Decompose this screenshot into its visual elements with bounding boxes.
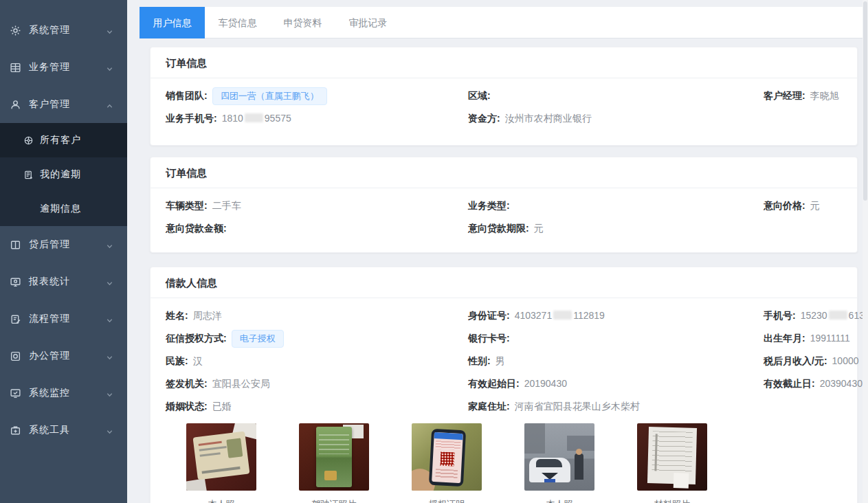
field-row: 意向贷款金额:意向贷款期限:元 (166, 217, 842, 240)
sidebar-item-label: 业务管理 (29, 61, 70, 74)
field-row: 征信授权方式:电子授权银行卡号:出生年月:19911111 (166, 327, 842, 350)
toolbox-icon (10, 425, 21, 436)
sidebar-item-系统工具[interactable]: 系统工具 (0, 412, 127, 449)
sidebar-item-label: 流程管理 (29, 313, 70, 325)
field-业务类型: 业务类型: (468, 200, 764, 212)
tab-车贷信息[interactable]: 车贷信息 (205, 7, 270, 38)
grid-icon (10, 62, 21, 74)
field-label: 有效截止日: (764, 378, 815, 389)
sidebar-menu: 系统管理业务管理客户管理所有客户我的逾期逾期信息贷后管理报表统计流程管理办公管理… (0, 12, 127, 449)
car-with-owner-photo-thumbnail[interactable] (524, 423, 594, 491)
gear-icon (10, 25, 21, 36)
green-booklet-photo-thumbnail[interactable] (299, 423, 369, 491)
field-row: 销售团队:四团一营（直属王鹏飞）区域:客户经理:李晓旭 (166, 85, 842, 107)
field-label: 客户经理: (764, 90, 805, 101)
sidebar-item-逾期信息[interactable]: 逾期信息 (0, 192, 127, 226)
scrollbar-thumb[interactable] (863, 1, 867, 201)
field-value: 4103271112819 (515, 310, 605, 321)
photo-caption: 授权证明 (412, 498, 482, 503)
field-row: 业务手机号:181095575资金方:汝州市农村商业银行 (166, 107, 842, 130)
sidebar-item-label: 报表统计 (29, 276, 70, 288)
sidebar: 系统管理业务管理客户管理所有客户我的逾期逾期信息贷后管理报表统计流程管理办公管理… (0, 0, 127, 503)
field-性别: 性别:男 (468, 355, 764, 368)
field-row: 姓名:周志洋身份证号:4103271112819手机号:152306137 (166, 304, 842, 327)
redacted-text (245, 113, 263, 122)
sidebar-item-贷后管理[interactable]: 贷后管理 (0, 226, 127, 263)
field-row: 民族:汉性别:男税后月收入/元:10000 (166, 350, 842, 372)
tag-电子授权[interactable]: 电子授权 (232, 330, 284, 348)
photo-caption: 本人照 (186, 498, 256, 503)
field-销售团队: 销售团队:四团一营（直属王鹏飞） (166, 87, 468, 105)
redacted-text (553, 311, 572, 320)
field-车辆类型: 车辆类型:二手车 (166, 200, 468, 212)
paper-document-photo[interactable]: 材料照片 (637, 423, 707, 503)
field-row: 签发机关:宜阳县公安局有效起始日:20190430有效截止日:20390430 (166, 372, 842, 395)
field-label: 民族: (166, 355, 188, 366)
sidebar-item-流程管理[interactable]: 流程管理 (0, 300, 127, 337)
sidebar-item-label: 系统监控 (29, 387, 70, 399)
sidebar-item-客户管理[interactable]: 客户管理 (0, 86, 127, 123)
chevron-up-icon (106, 101, 113, 109)
sidebar-item-label: 系统工具 (29, 424, 70, 436)
field-value: 汝州市农村商业银行 (505, 113, 592, 124)
sidebar-item-业务管理[interactable]: 业务管理 (0, 49, 127, 86)
photo-caption: 驾驶证照片 (299, 498, 369, 503)
sidebar-item-所有客户[interactable]: 所有客户 (0, 123, 127, 157)
tab-审批记录[interactable]: 审批记录 (335, 7, 401, 38)
field-家庭住址: 家庭住址:河南省宜阳县花果山乡木柴村 (468, 401, 764, 413)
field-label: 有效起始日: (468, 378, 520, 389)
phone-qr-photo-thumbnail[interactable] (412, 423, 482, 491)
sidebar-item-label: 逾期信息 (40, 203, 81, 215)
field-value: 181095575 (222, 113, 291, 124)
sidebar-item-系统管理[interactable]: 系统管理 (0, 12, 127, 49)
card-body: 销售团队:四团一营（直属王鹏飞）区域:客户经理:李晓旭业务手机号:1810955… (151, 78, 857, 130)
car-with-owner-photo[interactable]: 本人照 (524, 423, 594, 503)
field-value: 男 (496, 355, 505, 366)
sidebar-item-label: 系统管理 (29, 24, 70, 36)
card-title: 订单信息 (151, 47, 857, 78)
sidebar-item-办公管理[interactable]: 办公管理 (0, 337, 127, 375)
notebook-icon (23, 170, 34, 180)
field-业务手机号: 业务手机号:181095575 (166, 113, 468, 125)
field-value: 19911111 (810, 333, 850, 344)
field-有效起始日: 有效起始日:20190430 (468, 378, 764, 390)
field-row: 婚姻状态:已婚家庭住址:河南省宜阳县花果山乡木柴村 (166, 395, 842, 418)
field-身份证号: 身份证号:4103271112819 (468, 310, 764, 322)
tag-四团一营（直属王鹏飞）[interactable]: 四团一营（直属王鹏飞） (212, 87, 327, 105)
field-value: 二手车 (212, 200, 241, 211)
tab-申贷资料[interactable]: 申贷资料 (270, 7, 335, 38)
vertical-scrollbar[interactable] (863, 0, 868, 503)
field-label: 出生年月: (764, 333, 805, 344)
field-签发机关: 签发机关:宜阳县公安局 (166, 378, 468, 390)
field-value: 李晓旭 (810, 90, 839, 101)
order-info-card-1: 订单信息销售团队:四团一营（直属王鹏飞）区域:客户经理:李晓旭业务手机号:181… (150, 47, 858, 146)
sidebar-item-我的逾期[interactable]: 我的逾期 (0, 157, 127, 192)
id-card-photo-thumbnail[interactable] (186, 423, 256, 491)
field-意向贷款金额: 意向贷款金额: (166, 223, 468, 235)
tab-用户信息[interactable]: 用户信息 (140, 7, 205, 38)
field-value: 20190430 (524, 378, 567, 389)
field-意向价格: 意向价格:元 (764, 200, 842, 212)
sidebar-item-系统监控[interactable]: 系统监控 (0, 375, 127, 412)
field-label: 性别: (468, 355, 491, 366)
chevron-down-icon (106, 390, 113, 397)
field-label: 业务手机号: (166, 113, 217, 124)
field-婚姻状态: 婚姻状态:已婚 (166, 401, 468, 413)
phone-qr-photo[interactable]: 授权证明 (412, 423, 482, 503)
field-row: 车辆类型:二手车业务类型:意向价格:元 (166, 194, 842, 217)
green-booklet-photo[interactable]: 驾驶证照片 (299, 423, 369, 503)
paper-document-photo-thumbnail[interactable] (637, 423, 707, 491)
id-card-photo[interactable]: 本人照 (186, 423, 256, 503)
field-value: 周志洋 (193, 310, 222, 321)
chevron-down-icon (106, 64, 113, 71)
monitor-icon (10, 276, 21, 288)
card-title: 借款人信息 (151, 267, 857, 298)
field-民族: 民族:汉 (166, 355, 468, 368)
field-value: 宜阳县公安局 (212, 378, 270, 389)
field-label: 税后月收入/元: (764, 355, 827, 366)
field-label: 意向价格: (764, 200, 805, 211)
field-label: 资金方: (468, 113, 500, 124)
field-label: 区域: (468, 90, 491, 101)
sidebar-item-报表统计[interactable]: 报表统计 (0, 263, 127, 300)
field-姓名: 姓名:周志洋 (166, 310, 468, 322)
